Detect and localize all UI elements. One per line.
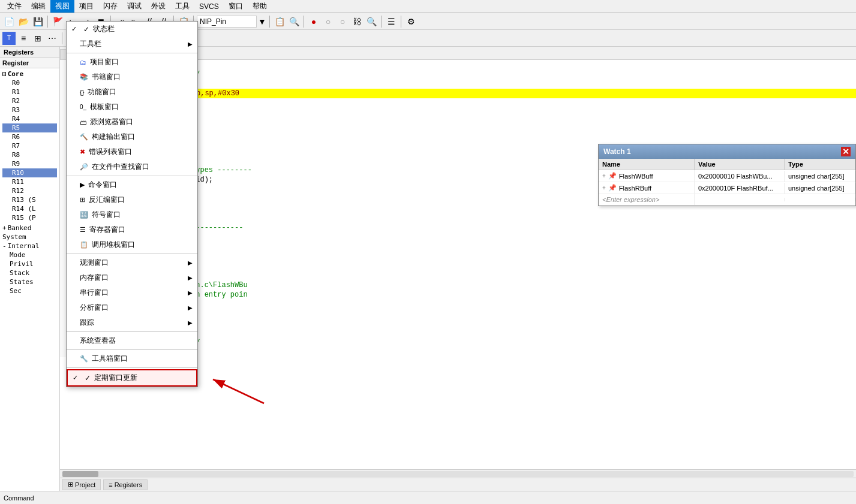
watch-row-enter-expr[interactable]: <Enter expression> <box>599 194 855 206</box>
cm-disasm-window[interactable]: ⊞ 反汇编窗口 <box>67 192 197 207</box>
cm-func-window[interactable]: {} 功能窗口 <box>67 84 197 99</box>
menu-window[interactable]: 窗口 <box>224 0 248 13</box>
open-btn[interactable]: 📂 <box>17 15 30 28</box>
save-btn[interactable]: 💾 <box>31 15 44 28</box>
watch-close-button[interactable]: ✕ <box>841 147 851 156</box>
cm-source-icon: 🗃 <box>80 119 86 126</box>
btn-chain[interactable]: ⛓ <box>350 15 364 28</box>
cm-func-window-label: 功能窗口 <box>88 87 116 97</box>
mode-item[interactable]: Mode <box>0 251 59 259</box>
menu-file[interactable]: 文件 <box>2 0 26 13</box>
reg-r8[interactable]: R8 <box>2 150 57 159</box>
cm-periodic-update[interactable]: ✓ 定期窗口更新 <box>67 369 197 387</box>
cm-register-window-label: 寄存器窗口 <box>89 225 125 235</box>
cm-statusbar[interactable]: ✓ 状态栏 <box>67 22 197 37</box>
banked-section[interactable]: + Banked <box>0 224 59 233</box>
core-group-header[interactable]: ⊟ Core <box>2 70 57 79</box>
cm-analysis-window[interactable]: 分析窗口 <box>67 300 197 315</box>
reg-r1[interactable]: R1 <box>2 87 57 96</box>
internal-section[interactable]: - Internal <box>0 242 59 251</box>
tab-project[interactable]: ⊞ Project <box>62 479 101 490</box>
btn-circle1[interactable]: ○ <box>322 15 335 28</box>
cm-template-window[interactable]: 0_ 模板窗口 <box>67 99 197 114</box>
system-section[interactable]: System <box>0 233 59 242</box>
cm-periodic-check: ✓ <box>85 374 91 382</box>
btn-search2[interactable]: 🔍 <box>365 15 378 28</box>
cm-callstack-window[interactable]: 📋 调用堆栈窗口 <box>67 237 197 252</box>
menu-svcs[interactable]: SVCS <box>194 1 224 12</box>
states-item[interactable]: States <box>0 277 59 286</box>
btn-view-mode[interactable]: ☰ <box>385 15 398 28</box>
new-file-btn[interactable]: 📄 <box>2 15 16 28</box>
cm-sep5 <box>67 349 197 350</box>
menu-view[interactable]: 视图 <box>50 0 74 13</box>
cm-find-in-files[interactable]: 🔎 在文件中查找窗口 <box>67 159 197 174</box>
watch-row-flashrbuff[interactable]: + 📌 FlashRBuff 0x2000010F FlashRBuf... u… <box>599 182 855 194</box>
reg-r12[interactable]: R12 <box>2 186 57 195</box>
tab-registers[interactable]: ≡ Registers <box>103 479 148 490</box>
cm-symbol-window-label: 符号窗口 <box>92 210 121 220</box>
reg-r10[interactable]: R10 <box>2 168 57 177</box>
cm-symbol-window[interactable]: 🔣 符号窗口 <box>67 207 197 222</box>
cm-command-window[interactable]: ▶ 命令窗口 <box>67 177 197 192</box>
cm-toolbox-window[interactable]: 🔧 工具箱窗口 <box>67 351 197 366</box>
cm-toolbar[interactable]: 工具栏 <box>67 37 197 52</box>
menu-edit[interactable]: 编辑 <box>26 0 50 13</box>
target-dropdown[interactable] <box>197 16 257 28</box>
reg-r13[interactable]: R13 (S <box>2 195 57 204</box>
btn-copy[interactable]: 📋 <box>273 15 286 28</box>
menu-help[interactable]: 帮助 <box>248 0 272 13</box>
reg-r3[interactable]: R3 <box>2 105 57 114</box>
tb2-btn3[interactable]: ⊞ <box>31 32 44 45</box>
cm-project-window[interactable]: 🗂 项目窗口 <box>67 55 197 70</box>
watch-row-flashwbuff[interactable]: + 📌 FlashWBuff 0x20000010 FlashWBu... un… <box>599 170 855 182</box>
watch-enter-expr[interactable]: <Enter expression> <box>599 194 695 205</box>
reg-r5[interactable]: R5 <box>2 123 57 132</box>
btn-settings[interactable]: ⚙ <box>404 15 418 28</box>
cm-serial-window[interactable]: 串行窗口 <box>67 285 197 300</box>
reg-r4[interactable]: R4 <box>2 114 57 123</box>
cm-error-icon: ✖ <box>80 148 85 156</box>
reg-r0[interactable]: R0 <box>2 79 57 87</box>
expand-icon-flashrbuff[interactable]: + <box>602 185 606 191</box>
expand-icon-flashwbuff[interactable]: + <box>602 173 606 179</box>
btn-zoom[interactable]: 🔍 <box>287 15 301 28</box>
cm-sep3 <box>67 253 197 254</box>
reg-r2[interactable]: R2 <box>2 96 57 105</box>
hscrollbar[interactable] <box>60 469 856 478</box>
menu-tools[interactable]: 工具 <box>170 0 194 13</box>
cm-source-browser[interactable]: 🗃 源浏览器窗口 <box>67 114 197 129</box>
cm-watch-window[interactable]: 观测窗口 <box>67 255 197 270</box>
reg-r14[interactable]: R14 (L <box>2 204 57 213</box>
registers-panel: Registers Register ⊟ Core R0 R1 R2 R3 R4… <box>0 47 60 491</box>
cm-book-window[interactable]: 📚 书籍窗口 <box>67 70 197 84</box>
cm-callstack-window-label: 调用堆栈窗口 <box>92 240 135 250</box>
menu-project[interactable]: 项目 <box>74 0 98 13</box>
reg-r7[interactable]: R7 <box>2 141 57 150</box>
cm-memory-window[interactable]: 内存窗口 <box>67 270 197 285</box>
menu-peripheral[interactable]: 外设 <box>146 0 170 13</box>
menu-debug[interactable]: 调试 <box>122 0 146 13</box>
sec-item[interactable]: Sec <box>0 286 59 295</box>
reg-r15[interactable]: R15 (P <box>2 213 57 222</box>
privil-item[interactable]: Privil <box>0 259 59 268</box>
reg-r9[interactable]: R9 <box>2 159 57 168</box>
tb2-btn1[interactable]: T <box>2 32 16 45</box>
cm-error-list[interactable]: ✖ 错误列表窗口 <box>67 144 197 159</box>
tb2-btn2[interactable]: ≡ <box>17 32 30 45</box>
dropdown-arrow[interactable]: ▼ <box>258 15 266 28</box>
tb2-btn4[interactable]: ⋯ <box>46 32 59 45</box>
stack-item[interactable]: Stack <box>0 268 59 277</box>
btn-circle2[interactable]: ○ <box>336 15 349 28</box>
cm-register-window[interactable]: ☰ 寄存器窗口 <box>67 222 197 237</box>
menu-flash[interactable]: 闪存 <box>98 0 122 13</box>
btn-flag[interactable]: 🚩 <box>51 15 64 28</box>
cm-build-output[interactable]: 🔨 构建输出窗口 <box>67 129 197 144</box>
cm-system-viewer[interactable]: 系统查看器 <box>67 333 197 348</box>
scroll-thumb[interactable] <box>62 471 98 477</box>
btn-run[interactable]: ● <box>307 15 320 28</box>
cm-trace[interactable]: 跟踪 <box>67 315 197 330</box>
watch-name-flashwbuff: + 📌 FlashWBuff <box>599 170 695 182</box>
reg-r11[interactable]: R11 <box>2 177 57 186</box>
reg-r6[interactable]: R6 <box>2 132 57 141</box>
